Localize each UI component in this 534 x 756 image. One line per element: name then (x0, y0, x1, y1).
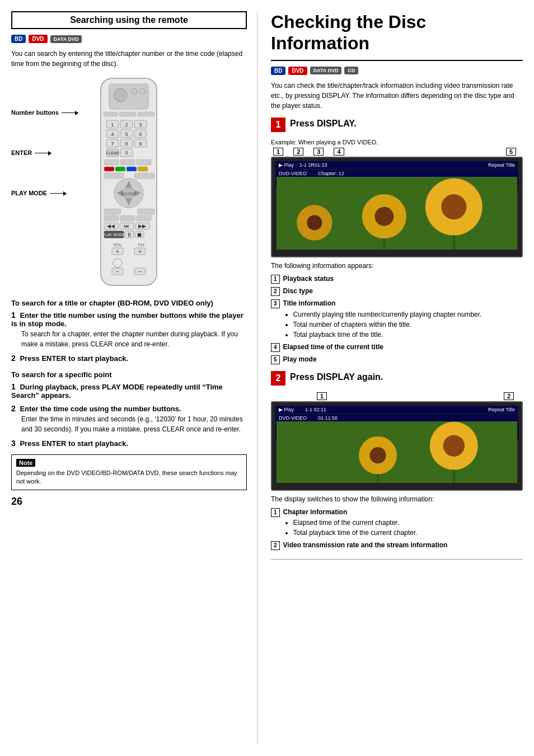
svg-text:◀◀: ◀◀ (107, 223, 115, 229)
step2-block-3: 3 Press ENTER to start playback. (11, 439, 247, 448)
info-num2-1: 1 (271, 508, 280, 517)
svg-rect-6 (119, 112, 136, 116)
svg-rect-34 (115, 167, 125, 171)
subsection2-title: To search for a specific point (11, 370, 247, 379)
step2-title: Press ENTER to start playback. (20, 354, 128, 363)
info-text2-1: Chapter information Elapsed time of the … (283, 508, 418, 538)
svg-point-2 (114, 88, 127, 102)
info-title-4: Elapsed time of the current title (283, 343, 383, 351)
big-step-num-1: 1 (271, 118, 285, 132)
right-badge-bd: BD (271, 67, 285, 75)
num-1: 1 (273, 148, 283, 156)
page: Searching using the remote BD DVD DATA D… (0, 0, 534, 756)
svg-rect-47 (138, 209, 154, 214)
svg-text:▶▶: ▶▶ (138, 223, 146, 229)
flex-spacer (337, 392, 494, 400)
screen-info-bar2-1: ▶ Play 1-1 02:11 Repeat Title (275, 406, 518, 414)
bullet-3-3: Total playback time of the title. (293, 330, 482, 340)
svg-rect-33 (104, 167, 114, 171)
svg-point-85 (369, 447, 386, 463)
remote-labels: Number buttons ENTER PLAY MODE (11, 76, 78, 196)
elapsed-time: 01:11:56 (318, 415, 338, 421)
enter-label: ENTER (11, 149, 32, 156)
bottom-rule (271, 559, 523, 560)
svg-text:⏸: ⏸ (127, 232, 132, 238)
svg-rect-31 (120, 159, 135, 165)
right-column: Checking the Disc Information BD DVD DAT… (263, 11, 523, 745)
info-text-1: Playback status (283, 274, 334, 284)
badge-bd: BD (11, 35, 26, 43)
left-column: Searching using the remote BD DVD DATA D… (11, 11, 257, 745)
info-text-4: Elapsed time of the current title (283, 342, 383, 352)
number-buttons-label: Number buttons (11, 109, 59, 116)
enter-arrow (35, 153, 51, 153)
big-step-title-1: Press DISPLAY. (290, 118, 357, 129)
step-num-2: 2 (11, 354, 16, 363)
svg-text:PLAY MODE: PLAY MODE (102, 233, 125, 237)
info-num-5: 5 (271, 355, 280, 364)
info-list-1: 1 Playback status 2 Disc type 3 Title in… (271, 274, 523, 364)
info-num2-2: 2 (271, 541, 280, 550)
play-mode-label: PLAY MODE (11, 190, 47, 196)
left-section-title: Searching using the remote (11, 11, 247, 29)
svg-rect-50 (137, 215, 151, 221)
svg-rect-81 (277, 421, 517, 483)
svg-text:CH: CH (138, 242, 144, 247)
svg-point-83 (443, 435, 465, 456)
sunflower-image-1 (277, 177, 517, 250)
page-number: 26 (11, 490, 247, 508)
switches-text: The display switches to show the followi… (271, 495, 523, 503)
info-num-4: 4 (271, 343, 280, 352)
subsection1-title: To search for a title or chapter (BD-ROM… (11, 299, 247, 307)
bullet2-1-1: Elapsed time of the current chapter. (293, 518, 418, 528)
remote-control: 1 2 3 4 5 6 7 8 9 (84, 76, 179, 290)
svg-text:4: 4 (111, 132, 114, 137)
info-title-5: Play mode (283, 355, 317, 363)
repeat-info: Repeat Title (488, 162, 515, 168)
svg-rect-48 (104, 215, 119, 221)
svg-text:⏭: ⏭ (124, 223, 129, 229)
num-4: 4 (334, 148, 344, 156)
svg-rect-37 (104, 173, 124, 179)
step2c-title: Press ENTER to start playback. (20, 439, 128, 448)
note-label: Note (16, 459, 35, 467)
svg-text:3: 3 (139, 122, 142, 128)
step2b-body: Enter the time in minutes and seconds (e… (21, 414, 247, 434)
play-status: ▶ Play (279, 162, 294, 168)
svg-rect-49 (120, 215, 135, 221)
play-status-2: ▶ Play (279, 407, 294, 412)
display-screen-2: ▶ Play 1-1 02:11 Repeat Title DVD-VIDEO … (271, 401, 523, 491)
svg-text:⏹: ⏹ (137, 232, 142, 238)
info-text-2: Disc type (283, 287, 313, 296)
svg-rect-5 (104, 112, 118, 116)
label-enter: ENTER (11, 149, 78, 156)
svg-text:ENTER: ENTER (121, 191, 136, 196)
play-mode-arrow (50, 193, 67, 194)
svg-point-76 (441, 194, 466, 219)
num-line-2: 1 2 (273, 392, 523, 400)
svg-rect-30 (104, 159, 119, 165)
info-title2-1: Chapter information (283, 508, 348, 516)
following-text-1: The following information appears: (271, 262, 523, 270)
step1-block-1: 1 Enter the title number using the numbe… (11, 311, 247, 349)
info-num-3: 3 (271, 299, 280, 308)
remote-area: Number buttons ENTER PLAY MODE (11, 76, 247, 290)
info-title-1: Playback status (283, 275, 334, 283)
svg-rect-46 (104, 209, 121, 214)
big-step-1: 1 Press DISPLAY. (271, 118, 523, 132)
svg-point-78 (374, 206, 394, 226)
label-play-mode: PLAY MODE (11, 190, 78, 196)
svg-rect-7 (138, 112, 154, 116)
badge-datadvd: DATA DVD (50, 35, 82, 43)
example-label-1: Example: When playing a DVD VIDEO. (271, 139, 523, 145)
right-section-title: Checking the Disc Information (271, 11, 523, 54)
svg-rect-32 (137, 159, 151, 165)
info-text2-2: Video transmission rate and the stream i… (283, 541, 448, 550)
svg-text:7: 7 (111, 141, 114, 147)
num2-1: 1 (317, 392, 327, 400)
disc-type-2: DVD-VIDEO (279, 415, 307, 421)
sunflower-image-2 (277, 421, 517, 483)
step1-title: Enter the title number using the number … (11, 311, 243, 328)
step-num-1: 1 (11, 311, 16, 320)
info-item-3: 3 Title information Currently playing ti… (271, 299, 523, 340)
